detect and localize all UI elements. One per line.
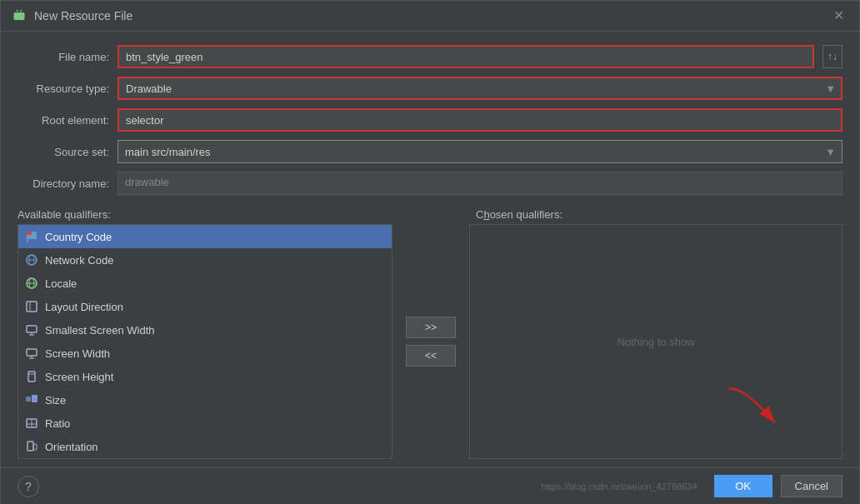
- qualifier-label-screen-height: Screen Height: [45, 371, 113, 383]
- source-set-label: Source set:: [18, 146, 109, 158]
- file-name-label: File name:: [18, 51, 109, 63]
- svg-line-2: [17, 10, 18, 12]
- size-icon: [25, 393, 38, 407]
- bottom-bar: ? https://blog.csdn.net/weixin_42768634 …: [1, 467, 859, 504]
- layout-direction-icon: [25, 300, 38, 313]
- ok-button[interactable]: OK: [714, 475, 772, 497]
- chosen-qualifiers-label: Chosen qualifiers:: [476, 208, 562, 221]
- svg-rect-21: [28, 372, 35, 382]
- qualifier-item-ratio[interactable]: Ratio: [18, 412, 392, 435]
- root-element-input[interactable]: [118, 108, 842, 132]
- source-set-row: Source set: main src/main/res ▼: [18, 140, 842, 163]
- qualifier-item-orientation[interactable]: Orientation: [18, 435, 392, 458]
- qualifier-label-ratio: Ratio: [45, 417, 70, 430]
- file-name-input[interactable]: [118, 45, 814, 68]
- sort-button[interactable]: ↑↓: [822, 45, 842, 68]
- qualifier-label-smallest-screen-width: Smallest Screen Width: [45, 324, 155, 337]
- arrow-buttons: >> <<: [392, 224, 469, 459]
- remove-qualifier-button[interactable]: <<: [406, 345, 456, 367]
- file-name-row: File name: ↑↓: [18, 45, 842, 68]
- qualifier-label-country-code: Country Code: [45, 231, 112, 243]
- chosen-label-text: C: [476, 208, 483, 221]
- resource-type-wrapper: Drawable ▼: [118, 77, 842, 100]
- add-qualifier-button[interactable]: >>: [406, 317, 456, 338]
- ratio-icon: [25, 417, 38, 430]
- cancel-button[interactable]: Cancel: [781, 475, 842, 497]
- svg-rect-13: [27, 302, 37, 312]
- android-icon: [11, 7, 28, 24]
- screen-height-icon: [25, 370, 38, 383]
- qualifier-label-locale: Locale: [45, 277, 77, 290]
- chosen-qualifiers-list: Nothing to show: [469, 224, 842, 459]
- qualifier-label-screen-width: Screen Width: [45, 347, 110, 360]
- svg-rect-23: [26, 397, 31, 402]
- qualifier-label-layout-direction: Layout Direction: [45, 301, 123, 313]
- dialog-title: New Resource File: [34, 9, 132, 22]
- qualifier-item-locale[interactable]: Locale: [18, 272, 392, 295]
- chosen-section: Nothing to show: [469, 224, 842, 459]
- svg-rect-28: [28, 442, 33, 451]
- resource-type-select[interactable]: Drawable: [118, 77, 842, 100]
- qualifiers-section: Available qualifiers: Chosen qualifiers:…: [1, 208, 859, 467]
- svg-rect-5: [27, 239, 28, 242]
- new-resource-file-dialog: New Resource File ✕ File name: ↑↓ Resour…: [0, 0, 860, 504]
- smallest-screen-width-icon: [25, 323, 38, 337]
- svg-rect-18: [27, 349, 37, 356]
- resource-type-row: Resource type: Drawable ▼: [18, 77, 842, 100]
- qualifier-item-country-code[interactable]: Country Code: [18, 225, 392, 248]
- root-element-label: Root element:: [18, 114, 109, 127]
- country-code-icon: [25, 230, 38, 243]
- qualifier-item-network-code[interactable]: Network Code: [18, 248, 392, 272]
- title-bar: New Resource File ✕: [1, 1, 859, 32]
- directory-name-row: Directory name: drawable: [18, 172, 842, 195]
- orientation-icon: [25, 440, 38, 453]
- qualifier-item-screen-height[interactable]: Screen Height: [18, 365, 392, 388]
- locale-icon: [25, 277, 38, 290]
- close-button[interactable]: ✕: [828, 7, 849, 24]
- qualifier-item-layout-direction[interactable]: Layout Direction: [18, 295, 392, 318]
- qualifier-label-network-code: Network Code: [45, 254, 113, 267]
- form-area: File name: ↑↓ Resource type: Drawable ▼ …: [1, 32, 859, 208]
- help-button[interactable]: ?: [18, 476, 39, 497]
- svg-rect-6: [27, 232, 32, 235]
- root-element-row: Root element:: [18, 108, 842, 132]
- url-text: https://blog.csdn.net/weixin_42768634: [541, 482, 697, 492]
- svg-line-3: [21, 10, 22, 12]
- source-set-select[interactable]: main src/main/res: [118, 140, 842, 163]
- qualifiers-row: Country CodeNetwork CodeLocaleLayout Dir…: [18, 224, 842, 459]
- network-code-icon: [25, 253, 38, 267]
- title-bar-left: New Resource File: [11, 7, 132, 24]
- qualifier-item-smallest-screen-width[interactable]: Smallest Screen Width: [18, 318, 392, 342]
- svg-rect-24: [32, 395, 38, 402]
- bottom-right: https://blog.csdn.net/weixin_42768634 OK…: [541, 475, 842, 497]
- red-arrow-icon: [725, 381, 792, 433]
- screen-width-icon: [25, 347, 38, 360]
- qualifier-item-size[interactable]: Size: [18, 388, 392, 412]
- qualifier-item-screen-width[interactable]: Screen Width: [18, 342, 392, 365]
- nothing-to-show-text: Nothing to show: [617, 336, 694, 348]
- source-set-wrapper: main src/main/res ▼: [118, 140, 842, 163]
- directory-name-value: drawable: [118, 172, 842, 195]
- qualifier-label-orientation: Orientation: [45, 441, 98, 453]
- directory-name-label: Directory name:: [18, 177, 109, 190]
- svg-rect-15: [27, 326, 37, 332]
- available-qualifiers-label: Available qualifiers:: [18, 208, 392, 221]
- resource-type-label: Resource type:: [18, 82, 109, 95]
- available-qualifiers-list: Country CodeNetwork CodeLocaleLayout Dir…: [18, 224, 392, 459]
- qualifier-label-size: Size: [45, 394, 66, 407]
